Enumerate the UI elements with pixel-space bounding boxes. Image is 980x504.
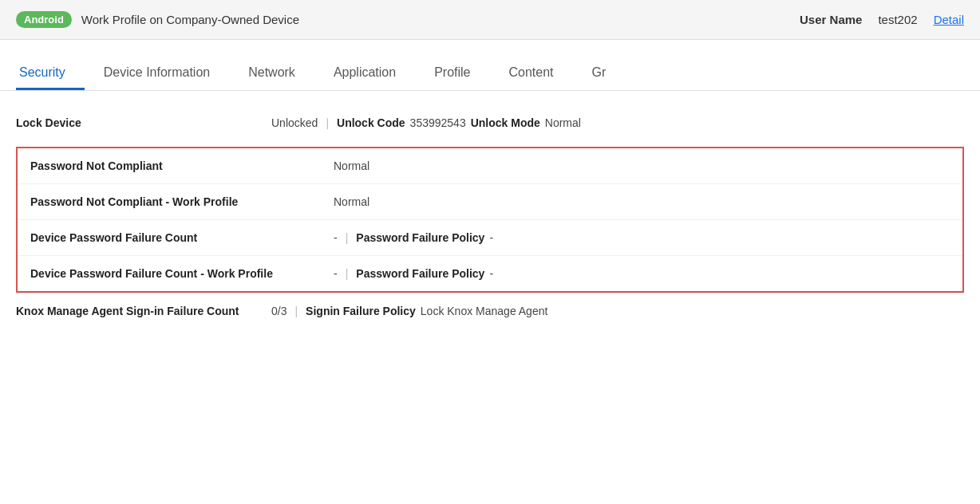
password-not-compliant-work-row: Password Not Compliant - Work Profile No… [18, 184, 962, 220]
lock-device-row: Lock Device Unlocked | Unlock Code 35399… [16, 110, 964, 140]
lock-separator: | [326, 116, 329, 129]
knox-value: 0/3 | Signin Failure Policy Lock Knox Ma… [271, 305, 547, 317]
password-not-compliant-work-value: Normal [334, 195, 369, 208]
tab-gr[interactable]: Gr [573, 56, 626, 90]
device-password-failure-work-label: Device Password Failure Count - Work Pro… [30, 267, 334, 280]
device-password-policy-value: - [489, 231, 493, 244]
unlock-code-label: Unlock Code [337, 116, 405, 129]
password-compliance-box: Password Not Compliant Normal Password N… [16, 147, 964, 293]
device-password-work-policy-label: Password Failure Policy [356, 267, 484, 280]
device-password-failure-row: Device Password Failure Count - | Passwo… [18, 220, 962, 256]
unlock-mode-value: Normal [545, 116, 581, 129]
header-bar: Android Work Profile on Company-Owned De… [0, 0, 980, 40]
unlock-code-value: 353992543 [410, 116, 466, 129]
device-password-failure-count: - [334, 231, 338, 244]
knox-policy-value: Lock Knox Manage Agent [421, 305, 548, 317]
knox-count: 0/3 [271, 305, 286, 317]
device-password-failure-work-count: - [334, 267, 338, 280]
user-name-value: test202 [878, 13, 917, 26]
lock-status: Unlocked [271, 116, 318, 129]
device-password-failure-value: - | Password Failure Policy - [334, 231, 493, 244]
tab-content[interactable]: Content [490, 56, 573, 90]
password-not-compliant-value: Normal [334, 159, 369, 172]
device-password-work-separator: | [346, 267, 349, 280]
knox-row: Knox Manage Agent Sign-in Failure Count … [16, 293, 964, 324]
tab-profile[interactable]: Profile [415, 56, 489, 90]
user-name-label: User Name [800, 13, 862, 26]
device-name: Work Profile on Company-Owned Device [81, 13, 790, 26]
password-not-compliant-work-label: Password Not Compliant - Work Profile [30, 195, 334, 208]
password-not-compliant-label: Password Not Compliant [30, 159, 334, 172]
device-password-work-policy-value: - [489, 267, 493, 280]
lock-device-value: Unlocked | Unlock Code 353992543 Unlock … [271, 116, 581, 129]
tab-application[interactable]: Application [314, 56, 415, 90]
security-content: Lock Device Unlocked | Unlock Code 35399… [0, 91, 980, 340]
device-password-failure-label: Device Password Failure Count [30, 231, 334, 244]
android-badge: Android [16, 11, 72, 28]
device-password-failure-work-row: Device Password Failure Count - Work Pro… [18, 256, 962, 291]
tab-network[interactable]: Network [229, 56, 314, 90]
detail-link[interactable]: Detail [934, 13, 964, 26]
device-password-policy-label: Password Failure Policy [356, 231, 484, 244]
knox-policy-label: Signin Failure Policy [306, 305, 416, 317]
password-not-compliant-work-status: Normal [334, 195, 369, 208]
unlock-mode-label: Unlock Mode [471, 116, 540, 129]
tab-security[interactable]: Security [16, 56, 85, 90]
knox-label: Knox Manage Agent Sign-in Failure Count [16, 305, 271, 317]
password-not-compliant-row: Password Not Compliant Normal [18, 148, 962, 184]
tab-device-information[interactable]: Device Information [85, 56, 229, 90]
device-password-separator: | [346, 231, 349, 244]
device-password-failure-work-value: - | Password Failure Policy - [334, 267, 493, 280]
knox-separator: | [294, 305, 298, 317]
lock-device-label: Lock Device [16, 116, 271, 129]
tab-navigation: Security Device Information Network Appl… [0, 56, 980, 91]
password-not-compliant-status: Normal [334, 159, 369, 172]
